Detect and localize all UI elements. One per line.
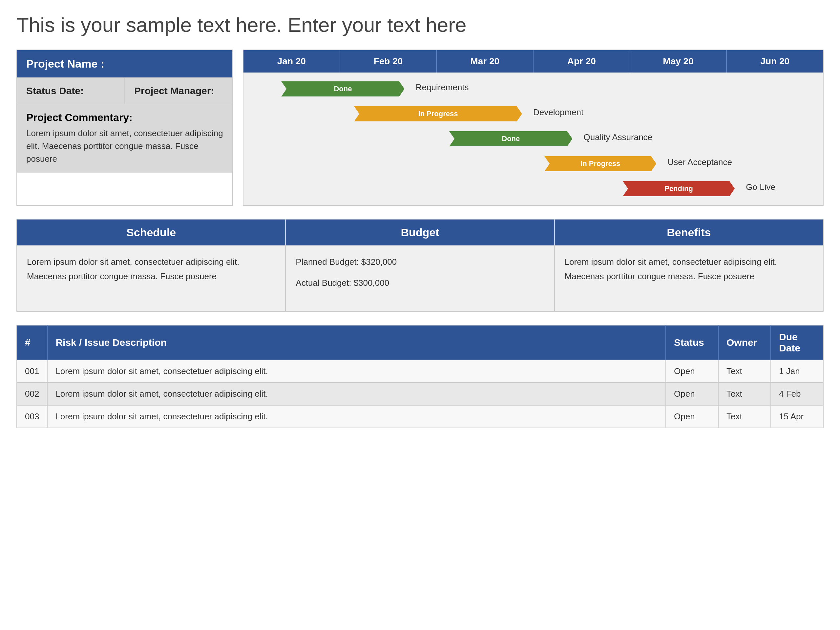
status-row: Status Date: Project Manager: [17, 77, 232, 104]
risk-header-3: Owner [718, 325, 771, 360]
benefits-col: Benefits Lorem ipsum dolor sit amet, con… [555, 219, 823, 311]
budget-col: Budget Planned Budget: $320,000 Actual B… [286, 219, 554, 311]
budget-header: Budget [286, 219, 554, 245]
benefits-header: Benefits [555, 219, 823, 245]
gantt-header: Jan 20Feb 20Mar 20Apr 20May 20Jun 20 [243, 50, 823, 73]
gantt-row-2: DoneQuality Assurance [253, 129, 813, 148]
gantt-label-1: Development [533, 107, 583, 117]
risk-cell-2-1: Lorem ipsum dolor sit amet, consectetuer… [47, 405, 666, 428]
gantt-row-1: In ProgressDevelopment [253, 104, 813, 124]
budget-content: Planned Budget: $320,000 Actual Budget: … [286, 245, 554, 311]
status-date-cell: Status Date: [17, 78, 125, 104]
gantt-month-Jan-20: Jan 20 [243, 50, 340, 73]
schedule-col: Schedule Lorem ipsum dolor sit amet, con… [17, 219, 286, 311]
risk-header-2: Status [666, 325, 718, 360]
risk-cell-0-4: 1 Jan [771, 360, 823, 382]
gantt-row-0: DoneRequirements [253, 79, 813, 99]
project-name-label: Project Name : [26, 57, 104, 70]
gantt-label-0: Requirements [416, 82, 469, 93]
risk-cell-1-3: Text [718, 382, 771, 405]
gantt-row-3: In ProgressUser Acceptance [253, 154, 813, 174]
gantt-month-Apr-20: Apr 20 [534, 50, 630, 73]
risk-cell-0-0: 001 [17, 360, 47, 382]
risk-cell-0-2: Open [666, 360, 718, 382]
risk-header-4: Due Date [771, 325, 823, 360]
project-manager-label: Project Manager: [134, 85, 214, 96]
risk-header-0: # [17, 325, 47, 360]
risk-row-1: 002Lorem ipsum dolor sit amet, consectet… [17, 382, 823, 405]
risk-header-1: Risk / Issue Description [47, 325, 666, 360]
risk-cell-2-4: 15 Apr [771, 405, 823, 428]
gantt-month-Mar-20: Mar 20 [437, 50, 534, 73]
risk-cell-1-4: 4 Feb [771, 382, 823, 405]
schedule-content: Lorem ipsum dolor sit amet, consectetuer… [17, 245, 285, 311]
gantt-body: DoneRequirementsIn ProgressDevelopmentDo… [243, 73, 823, 205]
top-section: Project Name : Status Date: Project Mana… [16, 49, 824, 206]
risk-cell-1-2: Open [666, 382, 718, 405]
gantt-bar-1: In Progress [354, 106, 522, 122]
status-date-label: Status Date: [26, 85, 84, 96]
commentary-row: Project Commentary: Lorem ipsum dolor si… [17, 104, 232, 172]
planned-budget: Planned Budget: $320,000 [296, 255, 544, 269]
risk-row-2: 003Lorem ipsum dolor sit amet, consectet… [17, 405, 823, 428]
schedule-header: Schedule [17, 219, 285, 245]
commentary-text: Lorem ipsum dolor sit amet, consectetuer… [26, 127, 223, 165]
gantt-label-3: User Acceptance [668, 157, 732, 167]
page-title: This is your sample text here. Enter you… [16, 13, 824, 36]
gantt-row-4: PendingGo Live [253, 179, 813, 199]
risk-cell-2-3: Text [718, 405, 771, 428]
gantt-month-Jun-20: Jun 20 [727, 50, 823, 73]
risk-row-0: 001Lorem ipsum dolor sit amet, consectet… [17, 360, 823, 382]
gantt-month-May-20: May 20 [630, 50, 727, 73]
commentary-title: Project Commentary: [26, 112, 223, 124]
project-name-row: Project Name : [17, 50, 232, 77]
risk-cell-2-0: 003 [17, 405, 47, 428]
gantt-bar-0: Done [281, 81, 404, 96]
risk-cell-1-0: 002 [17, 382, 47, 405]
risk-cell-2-2: Open [666, 405, 718, 428]
risk-cell-0-1: Lorem ipsum dolor sit amet, consectetuer… [47, 360, 666, 382]
project-manager-cell: Project Manager: [125, 78, 232, 104]
gantt-bar-4: Pending [623, 181, 735, 196]
mid-section: Schedule Lorem ipsum dolor sit amet, con… [16, 219, 824, 312]
benefits-content: Lorem ipsum dolor sit amet, consectetuer… [555, 245, 823, 311]
gantt-bar-3: In Progress [544, 156, 656, 171]
gantt-label-2: Quality Assurance [584, 132, 653, 142]
risk-cell-1-1: Lorem ipsum dolor sit amet, consectetuer… [47, 382, 666, 405]
actual-budget: Actual Budget: $300,000 [296, 276, 544, 290]
risk-table: #Risk / Issue DescriptionStatusOwnerDue … [16, 325, 824, 428]
gantt-panel: Jan 20Feb 20Mar 20Apr 20May 20Jun 20 Don… [243, 49, 824, 206]
risk-cell-0-3: Text [718, 360, 771, 382]
left-panel: Project Name : Status Date: Project Mana… [16, 49, 233, 206]
gantt-month-Feb-20: Feb 20 [340, 50, 437, 73]
gantt-label-4: Go Live [746, 182, 775, 192]
gantt-bar-2: Done [449, 131, 572, 146]
